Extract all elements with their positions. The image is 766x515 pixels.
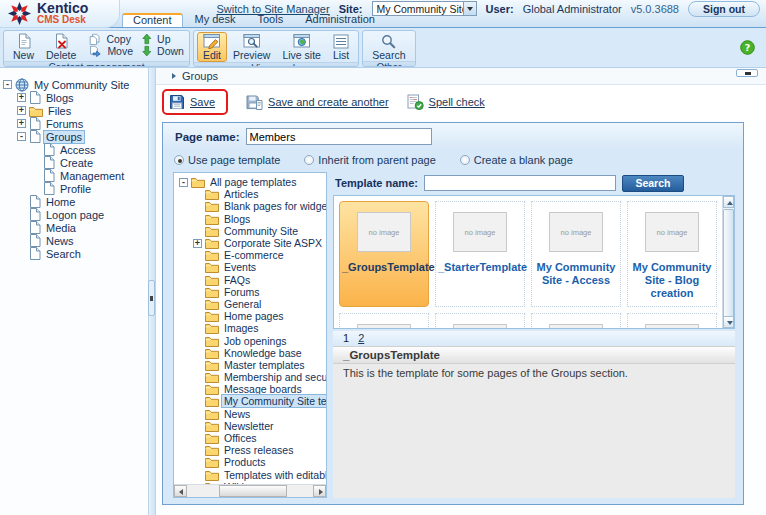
vertical-scrollbar[interactable] <box>722 196 734 328</box>
content-tree-item-groups[interactable]: -Groups <box>0 130 148 143</box>
tab-content[interactable]: Content <box>122 13 183 27</box>
template-category-item-events[interactable]: Events <box>176 261 326 273</box>
copy-button[interactable]: Copy <box>87 33 135 45</box>
template-category-item-forums[interactable]: Forums <box>176 286 326 298</box>
scroll-up-arrow[interactable] <box>723 196 734 208</box>
horizontal-scrollbar[interactable] <box>174 484 326 497</box>
template-category-item-news[interactable]: News <box>176 408 326 420</box>
edit-button[interactable]: Edit <box>197 32 227 62</box>
template-category-item-images[interactable]: Images <box>176 322 326 334</box>
content-tree-item-profile[interactable]: Profile <box>0 182 148 195</box>
radio-selected-icon[interactable] <box>174 155 184 165</box>
save-button[interactable]: Save <box>190 96 215 108</box>
template-card-my-community-site-blogs[interactable]: no imageMy Community Site - Blogs <box>531 313 621 328</box>
template-category-item-faqs[interactable]: FAQs <box>176 274 326 286</box>
content-tree-item-create[interactable]: Create <box>0 156 148 169</box>
breadcrumb-arrow-icon <box>172 73 176 79</box>
template-name: My Community Site - Blog creation <box>628 261 716 300</box>
spell-check-button[interactable]: Spell check <box>429 96 485 108</box>
save-and-create-another-button[interactable]: Save and create another <box>268 96 388 108</box>
content-tree-item-my-community-site[interactable]: -My Community Site <box>0 78 148 91</box>
template-category-item-community-site[interactable]: Community Site <box>176 225 326 237</box>
page-1[interactable]: 1 <box>343 332 349 344</box>
content-tree-item-search[interactable]: Search <box>0 247 148 260</box>
tab-tools[interactable]: Tools <box>248 13 294 27</box>
site-select[interactable]: My Community Site <box>372 1 477 16</box>
live-site-button[interactable]: Live site <box>276 32 327 62</box>
up-button[interactable]: Up <box>140 33 186 45</box>
template-category-item-all-page-templates[interactable]: -All page templates <box>176 176 326 188</box>
template-card-my-community-site-access[interactable]: no imageMy Community Site - Access <box>531 201 621 307</box>
minus-expander-icon[interactable]: - <box>3 80 12 89</box>
help-icon[interactable]: ? <box>740 40 755 55</box>
template-category-item-master-templates[interactable]: Master templates <box>176 359 326 371</box>
tab-my-desk[interactable]: My desk <box>185 13 246 27</box>
template-category-item-blank-pages-for-widgets[interactable]: Blank pages for widgets <box>176 200 326 212</box>
new-button[interactable]: New <box>7 32 40 61</box>
plus-expander-icon[interactable]: + <box>17 93 26 102</box>
template-card-startertemplate[interactable]: no image_StarterTemplate <box>435 201 525 307</box>
template-category-item-e-commerce[interactable]: E-commerce <box>176 249 326 261</box>
content-tree-item-access[interactable]: Access <box>0 143 148 156</box>
panel-collapse-handle[interactable] <box>736 69 758 77</box>
radio-inherit-from-parent-page[interactable]: Inherit from parent page <box>304 154 435 166</box>
template-category-item-products[interactable]: Products <box>176 456 326 468</box>
template-category-item-press-releases[interactable]: Press releases <box>176 444 326 456</box>
template-name-input[interactable] <box>424 175 616 191</box>
content-tree-item-files[interactable]: +Files <box>0 104 148 117</box>
template-card-my-community-site-blog-list[interactable]: no imageMy Community Site - Blog list <box>339 313 429 328</box>
content-tree-item-media[interactable]: Media <box>0 221 148 234</box>
template-category-item-membership-and-security[interactable]: Membership and security <box>176 371 326 383</box>
scroll-right-arrow[interactable] <box>313 485 326 497</box>
sidebar-splitter[interactable] <box>148 68 156 515</box>
search-button[interactable]: Search <box>622 175 684 192</box>
radio-create-a-blank-page[interactable]: Create a blank page <box>460 154 573 166</box>
scroll-left-arrow[interactable] <box>174 485 187 497</box>
preview-button[interactable]: Preview <box>227 32 276 62</box>
template-category-item-newsletter[interactable]: Newsletter <box>176 420 326 432</box>
tab-administration[interactable]: Administration <box>295 13 385 27</box>
minus-expander-icon[interactable]: - <box>17 132 26 141</box>
template-category-item-my-community-site-templates[interactable]: My Community Site templates <box>176 395 326 407</box>
list-button[interactable]: List <box>327 32 355 62</box>
template-category-item-message-boards[interactable]: Message boards <box>176 383 326 395</box>
template-category-item-offices[interactable]: Offices <box>176 432 326 444</box>
scroll-down-arrow[interactable] <box>723 316 734 328</box>
content-tree-item-news[interactable]: News <box>0 234 148 247</box>
plus-expander-icon[interactable]: + <box>17 119 26 128</box>
splitter-collapse-handle[interactable] <box>148 280 155 316</box>
page-2[interactable]: 2 <box>358 332 364 344</box>
plus-expander-icon[interactable]: + <box>17 106 26 115</box>
plus-expander-icon[interactable]: + <box>193 239 202 248</box>
down-button[interactable]: Down <box>140 45 186 57</box>
template-category-item-articles[interactable]: Articles <box>176 188 326 200</box>
content-tree-item-management[interactable]: Management <box>0 169 148 182</box>
template-category-item-templates-with-editable-regio[interactable]: Templates with editable regio <box>176 469 326 481</box>
content-tree-item-blogs[interactable]: +Blogs <box>0 91 148 104</box>
minus-expander-icon[interactable]: - <box>179 178 188 187</box>
sign-out-button[interactable]: Sign out <box>688 1 760 17</box>
radio-icon[interactable] <box>460 155 470 165</box>
horizontal-scroll-thumb[interactable] <box>219 485 287 497</box>
delete-button[interactable]: Delete <box>40 32 82 61</box>
template-category-item-blogs[interactable]: Blogs <box>176 213 326 225</box>
template-card-my-community-site-blog-posts[interactable]: no imageMy Community Site - Blog posts <box>435 313 525 328</box>
radio-icon[interactable] <box>304 155 314 165</box>
chevron-down-icon[interactable] <box>463 2 476 15</box>
template-card-groupstemplate[interactable]: no image_GroupsTemplate <box>339 201 429 307</box>
template-card-my-community-site-blog-creation[interactable]: no imageMy Community Site - Blog creatio… <box>627 201 717 307</box>
template-category-item-knowledge-base[interactable]: Knowledge base <box>176 347 326 359</box>
template-category-item-corporate-site-aspx[interactable]: +Corporate Site ASPX <box>176 237 326 249</box>
vertical-scroll-thumb[interactable] <box>723 209 734 329</box>
content-tree-item-home[interactable]: Home <box>0 195 148 208</box>
content-tree-item-logon-page[interactable]: Logon page <box>0 208 148 221</box>
content-tree-item-forums[interactable]: +Forums <box>0 117 148 130</box>
search-button[interactable]: Search <box>366 32 411 61</box>
template-category-item-general[interactable]: General <box>176 298 326 310</box>
move-button[interactable]: Move <box>87 45 135 57</box>
template-category-item-job-openings[interactable]: Job openings <box>176 334 326 346</box>
radio-use-page-template[interactable]: Use page template <box>174 154 280 166</box>
template-card-my-community-site-forum-search[interactable]: no imageMy Community Site - Forum search <box>627 313 717 328</box>
page-name-input[interactable] <box>246 128 432 145</box>
template-category-item-home-pages[interactable]: Home pages <box>176 310 326 322</box>
